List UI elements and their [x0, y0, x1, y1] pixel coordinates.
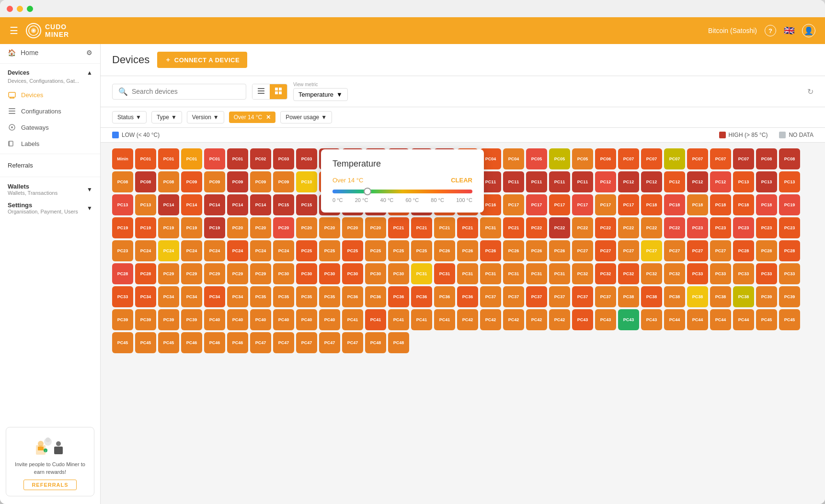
device-tile[interactable]: PC37: [572, 286, 593, 307]
device-tile[interactable]: PC30: [296, 263, 317, 284]
device-tile[interactable]: PC20: [342, 217, 363, 238]
device-tile[interactable]: PC28: [733, 240, 754, 261]
device-tile[interactable]: PC19: [779, 194, 800, 215]
device-tile[interactable]: PC21: [388, 217, 409, 238]
device-tile[interactable]: PC12: [618, 171, 639, 192]
device-tile[interactable]: PC14: [204, 194, 225, 215]
device-tile[interactable]: PC45: [135, 332, 156, 353]
device-tile[interactable]: PC11: [526, 171, 547, 192]
device-tile[interactable]: PC26: [480, 240, 501, 261]
device-tile[interactable]: PC35: [319, 286, 340, 307]
device-tile[interactable]: PC41: [411, 309, 432, 330]
device-tile[interactable]: PC19: [158, 217, 179, 238]
sidebar-item-wallets[interactable]: Wallets Wallets, Transactions ▼: [0, 179, 100, 198]
sidebar-item-settings[interactable]: Settings Organisation, Payment, Users ▼: [0, 198, 100, 216]
device-tile[interactable]: PC03: [296, 148, 317, 169]
device-tile[interactable]: PC14: [158, 194, 179, 215]
help-icon[interactable]: ?: [765, 25, 776, 36]
device-tile[interactable]: PC22: [618, 217, 639, 238]
device-tile[interactable]: PC07: [710, 148, 731, 169]
device-tile[interactable]: PC38: [710, 286, 731, 307]
device-tile[interactable]: PC20: [250, 217, 271, 238]
device-tile[interactable]: PC41: [434, 309, 455, 330]
version-filter[interactable]: Version ▼: [187, 111, 224, 123]
device-tile[interactable]: PC44: [733, 309, 754, 330]
device-tile[interactable]: PC23: [733, 217, 754, 238]
device-tile[interactable]: PC45: [158, 332, 179, 353]
device-tile[interactable]: PC35: [250, 286, 271, 307]
remove-filter-icon[interactable]: ✕: [266, 114, 271, 121]
device-tile[interactable]: PC30: [365, 263, 386, 284]
device-tile[interactable]: PC09: [250, 171, 271, 192]
device-tile[interactable]: PC33: [756, 263, 777, 284]
device-tile[interactable]: PC29: [181, 263, 202, 284]
device-tile[interactable]: PC32: [618, 263, 639, 284]
device-tile[interactable]: PC31: [457, 263, 478, 284]
device-tile[interactable]: PC21: [457, 217, 478, 238]
device-tile[interactable]: PC08: [135, 171, 156, 192]
device-tile[interactable]: PC27: [710, 240, 731, 261]
device-tile[interactable]: PC25: [319, 240, 340, 261]
device-tile[interactable]: PC47: [342, 332, 363, 353]
device-tile[interactable]: PC36: [411, 286, 432, 307]
device-tile[interactable]: PC47: [273, 332, 294, 353]
device-tile[interactable]: PC24: [204, 240, 225, 261]
connect-device-button[interactable]: ＋ CONNECT A DEVICE: [157, 52, 247, 68]
device-tile[interactable]: PC33: [687, 263, 708, 284]
device-tile[interactable]: PC05: [549, 148, 570, 169]
device-tile[interactable]: PC01: [204, 148, 225, 169]
device-tile[interactable]: PC42: [503, 309, 524, 330]
device-tile[interactable]: PC41: [342, 309, 363, 330]
device-tile[interactable]: PC21: [411, 217, 432, 238]
device-tile[interactable]: PC24: [158, 240, 179, 261]
device-tile[interactable]: PC40: [250, 309, 271, 330]
device-tile[interactable]: PC31: [480, 217, 501, 238]
device-tile[interactable]: PC44: [710, 309, 731, 330]
device-tile[interactable]: PC42: [457, 309, 478, 330]
device-tile[interactable]: PC30: [388, 263, 409, 284]
device-tile[interactable]: PC23: [756, 217, 777, 238]
device-tile[interactable]: PC09: [204, 171, 225, 192]
device-tile[interactable]: PC32: [572, 263, 593, 284]
device-tile[interactable]: PC36: [457, 286, 478, 307]
device-tile[interactable]: PC47: [319, 332, 340, 353]
device-tile[interactable]: Minin: [112, 148, 133, 169]
active-temperature-filter[interactable]: Over 14 °C ✕: [229, 112, 275, 123]
device-tile[interactable]: PC42: [526, 309, 547, 330]
device-tile[interactable]: PC12: [641, 171, 662, 192]
device-tile[interactable]: PC12: [664, 171, 685, 192]
device-tile[interactable]: PC29: [158, 263, 179, 284]
device-tile[interactable]: PC48: [388, 332, 409, 353]
device-tile[interactable]: PC29: [227, 263, 248, 284]
device-tile[interactable]: PC12: [710, 171, 731, 192]
device-tile[interactable]: PC47: [296, 332, 317, 353]
device-tile[interactable]: PC26: [457, 240, 478, 261]
device-tile[interactable]: PC12: [595, 171, 616, 192]
device-tile[interactable]: PC30: [342, 263, 363, 284]
device-tile[interactable]: PC41: [365, 309, 386, 330]
device-tile[interactable]: PC38: [618, 286, 639, 307]
device-tile[interactable]: PC20: [296, 217, 317, 238]
device-tile[interactable]: PC31: [503, 263, 524, 284]
device-tile[interactable]: PC25: [342, 240, 363, 261]
device-tile[interactable]: PC08: [779, 148, 800, 169]
list-view-button[interactable]: [252, 84, 270, 99]
device-tile[interactable]: PC23: [710, 217, 731, 238]
device-tile[interactable]: PC17: [549, 194, 570, 215]
device-tile[interactable]: PC27: [687, 240, 708, 261]
device-tile[interactable]: PC39: [181, 309, 202, 330]
device-tile[interactable]: PC23: [687, 217, 708, 238]
device-tile[interactable]: PC28: [756, 240, 777, 261]
device-tile[interactable]: PC07: [664, 148, 685, 169]
device-tile[interactable]: PC22: [572, 217, 593, 238]
device-tile[interactable]: PC39: [112, 309, 133, 330]
device-tile[interactable]: PC18: [756, 194, 777, 215]
device-tile[interactable]: PC41: [388, 309, 409, 330]
user-icon[interactable]: 👤: [802, 24, 815, 37]
device-tile[interactable]: PC29: [204, 263, 225, 284]
device-tile[interactable]: PC24: [181, 240, 202, 261]
device-tile[interactable]: PC40: [319, 309, 340, 330]
device-tile[interactable]: PC19: [181, 217, 202, 238]
device-tile[interactable]: PC24: [273, 240, 294, 261]
device-tile[interactable]: PC14: [250, 194, 271, 215]
